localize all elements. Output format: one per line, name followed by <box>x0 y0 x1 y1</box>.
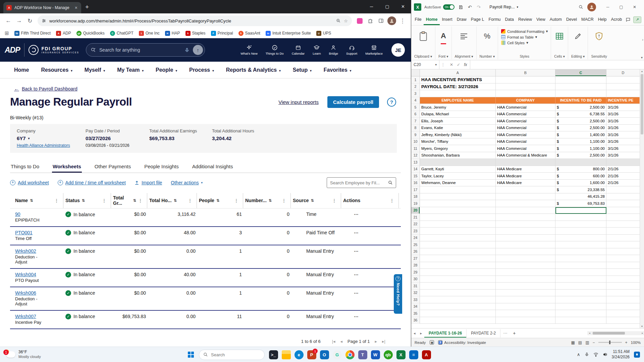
bookmark-item[interactable]: UUPS <box>316 31 331 36</box>
cell-c[interactable] <box>555 214 606 221</box>
cell-c[interactable] <box>555 317 606 324</box>
cell-d[interactable] <box>606 255 640 262</box>
taskbar-app-excel[interactable]: X <box>394 348 407 361</box>
ribbon-tab-page-l[interactable]: Page L <box>469 14 486 25</box>
reload-button[interactable]: ↻ <box>25 16 35 26</box>
column-header-number[interactable]: Number...⇅⋮ <box>245 193 291 208</box>
row-header[interactable]: 4 <box>411 97 420 104</box>
column-menu-icon[interactable]: ⋮ <box>138 198 144 203</box>
column-menu-icon[interactable]: ⋮ <box>188 198 194 203</box>
view-input-reports-link[interactable]: View input reports <box>278 99 319 105</box>
worksheet-name-link[interactable]: Wrksh007 <box>15 314 36 319</box>
macro-record-icon[interactable]: ▣ <box>430 340 434 345</box>
cell-a[interactable] <box>420 269 496 276</box>
cell-a[interactable] <box>420 296 496 303</box>
name-box[interactable]: C20▾ <box>411 60 439 69</box>
font-group[interactable]: A Font▾ <box>435 26 451 59</box>
row-header[interactable]: 22 <box>411 221 420 228</box>
row-header[interactable]: 29 <box>411 269 420 276</box>
nav-item-process[interactable]: Process▾ <box>189 67 214 73</box>
cell-a[interactable]: Wehrmann, Deanne <box>420 180 496 187</box>
cell-c[interactable] <box>555 255 606 262</box>
bookmark-item[interactable]: PPrincipal <box>211 31 233 36</box>
pink-extension-icon[interactable] <box>355 16 365 26</box>
cell-d[interactable]: 3/1/26 <box>606 138 640 145</box>
column-header-source[interactable]: Source⇅⋮ <box>293 193 341 208</box>
format-as-table-button[interactable]: Format as Table▾ <box>501 35 548 39</box>
window-maximize-button[interactable]: ▢ <box>379 0 395 13</box>
header-icon-item[interactable]: Calendar <box>292 45 305 55</box>
cell-c[interactable] <box>555 83 606 90</box>
header-icon-item[interactable]: Support <box>346 45 357 55</box>
cell-d[interactable] <box>606 248 640 255</box>
nav-item-resources[interactable]: Resources▾ <box>41 67 72 73</box>
ribbon-tab-autom[interactable]: Autom <box>547 14 564 25</box>
cell-c[interactable] <box>555 310 606 317</box>
address-bar[interactable]: workforcenow.adp.com/theme/admin.html#/P… <box>38 15 352 26</box>
company-code-dropdown[interactable]: 6Y7▾ <box>17 135 86 141</box>
worksheet-tab[interactable]: Other Payments <box>94 161 131 173</box>
cell-d[interactable] <box>606 235 640 242</box>
column-menu-icon[interactable]: ⋮ <box>390 198 396 203</box>
row-header[interactable]: 23 <box>411 228 420 235</box>
row-header[interactable]: 7 <box>411 118 420 125</box>
cell-b[interactable] <box>496 228 555 235</box>
column-menu-icon[interactable]: ⋮ <box>332 198 338 203</box>
cell-b[interactable]: HAA Commercial & Medicare <box>496 152 555 159</box>
row-header[interactable]: 36 <box>411 317 420 324</box>
cell-a[interactable]: Myers, Gregory <box>420 145 496 152</box>
taskbar-app-terminal[interactable]: >_ <box>267 348 280 361</box>
cell-c[interactable] <box>555 303 606 310</box>
comments-icon[interactable] <box>626 17 631 22</box>
row-header[interactable]: 26 <box>411 248 420 255</box>
zoom-icon[interactable] <box>336 18 341 23</box>
cell-a[interactable] <box>420 214 496 221</box>
cell-d[interactable] <box>606 83 640 90</box>
cell-b[interactable] <box>496 303 555 310</box>
header-icon-item[interactable]: What's New <box>240 45 257 55</box>
cell-c[interactable] <box>555 262 606 269</box>
taskbar-app-word[interactable]: W <box>369 348 382 361</box>
row-header[interactable]: 17 <box>411 186 420 193</box>
cell-a[interactable]: Bruce, Jeremy <box>420 104 496 111</box>
cell-a[interactable]: Shooshanian, Barbara <box>420 152 496 159</box>
header-icon-item[interactable]: Bridge <box>329 45 338 55</box>
row-header[interactable]: 12 <box>411 152 420 159</box>
taskbar-app-grammarly[interactable]: G <box>331 348 343 361</box>
column-header-status[interactable]: Status⇅⋮ <box>65 193 111 208</box>
new-tab-button[interactable]: + <box>85 3 89 11</box>
row-header[interactable]: 24 <box>411 235 420 242</box>
row-header[interactable]: 8 <box>411 125 420 132</box>
cell-d[interactable] <box>606 76 640 83</box>
extensions-puzzle-icon[interactable] <box>365 16 375 26</box>
add-time-worksheet-button[interactable]: +Add time / time off worksheet <box>58 180 126 185</box>
cell-b[interactable] <box>496 90 555 97</box>
bookmark-item[interactable]: inIntuit Enterprise Suite <box>266 31 311 36</box>
cell-b[interactable]: HAA Commercial <box>496 131 555 138</box>
cell-c[interactable] <box>555 207 606 214</box>
share-button[interactable]: ↗ <box>633 16 641 23</box>
cell-d[interactable] <box>606 269 640 276</box>
toggle-on-icon[interactable]: On <box>443 4 454 10</box>
clipboard-group[interactable]: Clipboard▾ <box>411 26 435 59</box>
cell-a[interactable] <box>420 241 496 248</box>
sort-icon[interactable]: ⇅ <box>30 198 33 203</box>
cell-a[interactable]: PAYROLL DATE: 3/27/2026 <box>420 83 496 90</box>
namebox-resize-icon[interactable]: ⋮ <box>439 62 447 67</box>
ribbon-tab-view[interactable]: View <box>534 14 547 25</box>
ribbon-tab-help[interactable]: Help <box>596 14 609 25</box>
cell-a[interactable]: Taylor, Lacey <box>420 173 496 180</box>
cell-b[interactable]: HAA Medicare <box>496 173 555 180</box>
browser-tab[interactable]: A ADP Workforce Now - Manage × <box>3 2 81 13</box>
ribbon-tab-home[interactable]: Home <box>424 14 440 25</box>
cell-a[interactable] <box>420 310 496 317</box>
cell-a[interactable] <box>420 235 496 242</box>
cell-b[interactable] <box>496 283 555 290</box>
row-actions-button[interactable]: ⋯ <box>343 248 401 254</box>
row-header[interactable]: 32 <box>411 290 420 297</box>
undo-icon[interactable]: ↶ <box>467 4 473 10</box>
sort-icon[interactable]: ⇅ <box>133 198 136 203</box>
cell-a[interactable] <box>420 200 496 207</box>
cell-b[interactable] <box>496 296 555 303</box>
tray-wifi-icon[interactable] <box>593 352 598 357</box>
